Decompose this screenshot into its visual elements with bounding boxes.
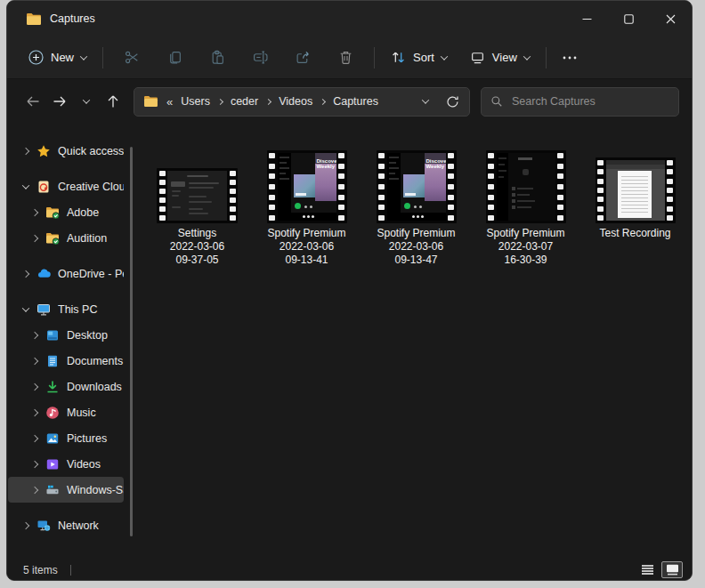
file-item-spotify-1[interactable]: Discover Weekly Spotify Premium 2022-03-… (252, 150, 361, 267)
details-view-icon (641, 564, 654, 576)
chevron-right-icon (31, 331, 38, 338)
sidebar-item-label: Desktop (67, 329, 108, 342)
sidebar-item-quick-access[interactable]: Quick access (8, 138, 124, 164)
file-label: Spotify Premium 2022-03-06 09-13-47 (361, 227, 471, 267)
sidebar-item-music[interactable]: Music (8, 399, 124, 425)
new-label: New (51, 51, 74, 64)
sidebar-scrollbar[interactable] (130, 147, 133, 536)
chevron-right-icon (265, 98, 271, 104)
video-thumbnail: Discover Weekly (267, 150, 347, 223)
sidebar-item-pictures[interactable]: Pictures (8, 425, 124, 451)
address-row: « Users ceder Videos Captures (7, 79, 692, 124)
items-count: 5 items (23, 564, 58, 576)
rename-button[interactable] (239, 50, 281, 65)
sidebar-item-label: Videos (67, 458, 101, 471)
thumbnail-image: Discover Weekly (278, 153, 336, 221)
sidebar-item-documents[interactable]: Documents (8, 348, 124, 374)
icons-view-button[interactable] (661, 561, 683, 578)
sort-label: Sort (413, 51, 434, 64)
sidebar-item-label: OneDrive - Per (58, 268, 124, 280)
delete-button[interactable] (324, 50, 367, 65)
sort-icon (391, 50, 406, 65)
maximize-button[interactable] (608, 1, 650, 36)
folder-synced-icon (45, 205, 60, 220)
file-item-spotify-3[interactable]: Spotify Premium 2022-03-07 16-30-39 (471, 150, 580, 267)
search-input[interactable] (512, 95, 669, 108)
share-button[interactable] (281, 50, 324, 65)
command-bar: New (7, 36, 692, 79)
network-icon (36, 519, 51, 533)
file-item-spotify-2[interactable]: Discover Weekly Spotify Premium 2022-03-… (361, 150, 471, 267)
sidebar-item-label: Creative Cloud (58, 181, 124, 193)
copy-button[interactable] (153, 50, 196, 65)
star-icon (36, 144, 51, 158)
sidebar-item-videos[interactable]: Videos (8, 451, 124, 477)
sidebar-item-adobe[interactable]: Adobe (8, 199, 124, 225)
refresh-button[interactable] (441, 90, 464, 113)
sidebar-item-network[interactable]: Network (8, 512, 124, 538)
chevron-right-icon (31, 486, 38, 493)
file-label: Test Recording (580, 227, 690, 240)
chevron-right-icon (22, 521, 29, 528)
arrow-left-icon (26, 95, 40, 108)
file-label: Spotify Premium 2022-03-06 09-13-41 (252, 227, 361, 267)
arrow-up-icon (107, 94, 119, 109)
file-time: 09-13-47 (361, 254, 471, 267)
window-title: Captures (50, 12, 95, 25)
recent-locations-button[interactable] (73, 88, 100, 115)
details-view-button[interactable] (636, 561, 658, 578)
sidebar-item-desktop[interactable]: Desktop (8, 322, 124, 348)
chevron-down-icon (80, 52, 87, 60)
breadcrumb-users[interactable]: Users (181, 95, 210, 108)
new-button[interactable]: New (20, 44, 95, 71)
minimize-button[interactable] (566, 1, 608, 36)
chevron-down-icon (22, 181, 29, 189)
videos-icon (45, 457, 60, 471)
up-button[interactable] (100, 88, 126, 115)
view-button[interactable]: View (461, 44, 539, 71)
icons-view-icon (666, 564, 679, 576)
sidebar-item-label: Audition (67, 232, 107, 245)
sidebar-item-this-pc[interactable]: This PC (8, 296, 124, 322)
file-item-settings[interactable]: Settings 2022-03-06 09-37-05 (142, 150, 252, 267)
chevron-down-icon (441, 52, 448, 60)
file-item-test-recording[interactable]: Test Recording (580, 150, 690, 240)
breadcrumb-videos[interactable]: Videos (279, 95, 312, 108)
sidebar-item-onedrive[interactable]: OneDrive - Per (8, 261, 124, 286)
file-time: 16-30-39 (471, 254, 580, 267)
back-button[interactable] (20, 88, 46, 115)
address-dropdown-button[interactable] (414, 90, 437, 113)
cut-button[interactable] (110, 50, 153, 65)
folder-synced-icon (45, 231, 60, 246)
file-date: 2022-03-06 (252, 240, 361, 254)
sidebar-item-label: Network (58, 520, 99, 532)
forward-button[interactable] (46, 88, 73, 115)
sidebar-item-windows-ssd[interactable]: Windows-SSD (8, 477, 124, 503)
sidebar-item-audition[interactable]: Audition (8, 225, 124, 251)
chevron-down-icon (22, 304, 29, 311)
sidebar-item-creative-cloud[interactable]: Creative Cloud (8, 173, 124, 199)
sidebar-item-downloads[interactable]: Downloads (8, 374, 124, 399)
breadcrumb-captures[interactable]: Captures (333, 95, 378, 108)
sort-button[interactable]: Sort (382, 44, 456, 71)
file-name: Spotify Premium (361, 227, 471, 240)
address-bar[interactable]: « Users ceder Videos Captures (134, 87, 470, 117)
paste-button[interactable] (196, 50, 239, 65)
more-options-button[interactable] (554, 51, 586, 65)
file-time: 09-13-41 (252, 254, 361, 267)
breadcrumb-overflow[interactable]: « (166, 95, 173, 109)
chevron-right-icon (31, 408, 38, 415)
desktop-icon (45, 328, 60, 342)
file-time: 09-37-05 (142, 254, 252, 267)
file-label: Settings 2022-03-06 09-37-05 (142, 227, 252, 267)
breadcrumb-ceder[interactable]: ceder (231, 95, 258, 108)
copy-icon (167, 50, 182, 65)
file-date: 2022-03-07 (471, 240, 580, 254)
chevron-right-icon (31, 383, 38, 390)
breadcrumb: « Users ceder Videos Captures (143, 95, 414, 109)
search-box[interactable] (481, 87, 679, 117)
rename-icon (253, 50, 268, 65)
close-button[interactable] (650, 1, 692, 36)
status-divider (70, 565, 71, 576)
video-thumbnail (596, 157, 676, 223)
